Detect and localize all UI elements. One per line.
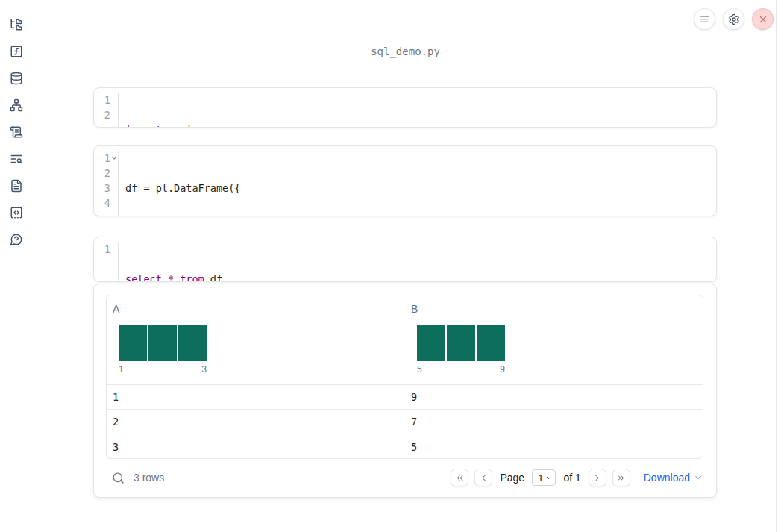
snippets-icon[interactable] bbox=[10, 206, 23, 219]
table-row: 2 7 bbox=[107, 410, 703, 434]
chevrons-left-icon bbox=[455, 473, 465, 483]
table-cell: 7 bbox=[405, 416, 703, 428]
line-number: 2 bbox=[104, 107, 110, 122]
histogram-min-label: 5 bbox=[417, 364, 422, 375]
chevron-down-icon bbox=[694, 473, 703, 482]
code-cell-imports[interactable]: 1 2 import marimo as mo import polars as… bbox=[93, 87, 717, 128]
column-header-b[interactable]: B 5 9 bbox=[405, 295, 703, 384]
chevron-down-icon bbox=[545, 475, 552, 481]
helper-sidebar bbox=[0, 0, 33, 532]
histogram-max-label: 9 bbox=[500, 364, 505, 375]
histogram-bar bbox=[447, 325, 475, 361]
dependency-graph-icon[interactable] bbox=[10, 98, 23, 112]
last-page-button[interactable] bbox=[612, 469, 630, 486]
code-token: * bbox=[168, 273, 174, 282]
table-footer: 3 rows Page 1 of 1 Download bbox=[106, 466, 704, 489]
column-histogram: 1 3 bbox=[119, 325, 207, 375]
page-select-value: 1 bbox=[538, 472, 543, 484]
hamburger-icon bbox=[699, 13, 710, 25]
table-cell: 3 bbox=[107, 441, 405, 453]
sql-cell[interactable]: 1 select * from df Output variable: sql bbox=[93, 237, 717, 282]
code-token: import bbox=[125, 124, 162, 128]
scratchpad-search-icon[interactable] bbox=[10, 152, 23, 166]
chevrons-right-icon bbox=[616, 473, 626, 483]
code-token: df = pl.DataFrame({ bbox=[125, 182, 240, 194]
code-token bbox=[174, 273, 180, 282]
close-icon bbox=[758, 14, 768, 25]
chevron-left-icon bbox=[479, 473, 489, 483]
histogram-bar bbox=[148, 325, 177, 361]
code-cell-dataframe[interactable]: 1 2 3 4 df = pl.DataFrame({ "A": [1, 2, … bbox=[93, 145, 717, 216]
line-number-gutter: 1 2 bbox=[94, 93, 119, 128]
code-token: mo bbox=[222, 124, 240, 128]
file-explorer-icon[interactable] bbox=[10, 18, 23, 31]
table-row: 1 9 bbox=[107, 385, 703, 410]
code-token: df bbox=[204, 273, 222, 282]
search-icon[interactable] bbox=[112, 472, 125, 484]
code-line: df = pl.DataFrame({ bbox=[125, 181, 241, 195]
row-count: 3 rows bbox=[134, 472, 164, 484]
histogram-bar bbox=[477, 325, 505, 361]
data-table: A 1 3 B bbox=[106, 295, 703, 459]
histogram-bar bbox=[417, 325, 445, 361]
code-token: marimo bbox=[162, 124, 210, 128]
notebook-filename[interactable]: sql_demo.py bbox=[33, 46, 778, 57]
settings-button[interactable] bbox=[723, 8, 744, 30]
histogram-max-label: 3 bbox=[201, 364, 207, 375]
line-number: 4 bbox=[104, 195, 110, 210]
code-token: as bbox=[210, 124, 222, 128]
line-number-gutter: 1 2 3 4 bbox=[94, 151, 119, 216]
first-page-button[interactable] bbox=[451, 469, 468, 486]
line-number: 1 bbox=[104, 242, 110, 257]
marimo-app: sql_demo.py 1 2 import marimo as mo impo… bbox=[0, 0, 778, 532]
code-editor[interactable]: import marimo as mo import polars as pl bbox=[119, 93, 240, 128]
line-number-gutter: 1 bbox=[94, 242, 119, 282]
histogram-bar bbox=[178, 325, 207, 361]
table-cell: 2 bbox=[107, 416, 405, 428]
chevron-right-icon bbox=[592, 473, 602, 483]
column-histogram: 5 9 bbox=[417, 325, 505, 375]
table-cell: 5 bbox=[405, 441, 703, 453]
menu-button[interactable] bbox=[694, 8, 715, 30]
code-editor[interactable]: df = pl.DataFrame({ "A": [1, 2, 3], "B":… bbox=[119, 151, 241, 216]
download-button[interactable]: Download bbox=[644, 472, 703, 484]
download-label: Download bbox=[644, 472, 690, 484]
code-token: from bbox=[180, 273, 204, 282]
code-line: select * from df bbox=[125, 272, 222, 282]
line-number: 1 bbox=[104, 151, 110, 166]
line-number: 1 bbox=[104, 93, 110, 107]
line-number: 2 bbox=[104, 166, 110, 181]
code-editor[interactable]: select * from df bbox=[119, 242, 222, 282]
histogram-min-label: 1 bbox=[119, 364, 124, 375]
help-icon[interactable] bbox=[10, 233, 23, 246]
logs-icon[interactable] bbox=[10, 125, 23, 139]
column-header-a[interactable]: A 1 3 bbox=[107, 295, 405, 384]
gear-icon bbox=[728, 13, 740, 25]
fold-chevron-icon[interactable] bbox=[110, 151, 118, 166]
data-sources-icon[interactable] bbox=[10, 72, 23, 85]
table-header: A 1 3 B bbox=[107, 295, 703, 385]
table-cell: 1 bbox=[107, 391, 405, 403]
pagination: Page 1 of 1 Download bbox=[451, 469, 703, 486]
histogram-bar bbox=[119, 325, 147, 361]
page-total-label: of 1 bbox=[563, 472, 580, 484]
right-panel-border bbox=[776, 0, 777, 532]
table-row: 3 5 bbox=[107, 434, 703, 459]
line-number: 3 bbox=[104, 181, 110, 195]
code-token bbox=[162, 273, 168, 282]
column-label: B bbox=[411, 303, 697, 315]
table-cell: 9 bbox=[405, 391, 703, 403]
shutdown-button[interactable] bbox=[752, 8, 774, 30]
documentation-icon[interactable] bbox=[10, 179, 23, 193]
prev-page-button[interactable] bbox=[474, 469, 492, 486]
page-select[interactable]: 1 bbox=[532, 469, 556, 486]
variables-icon[interactable] bbox=[10, 45, 23, 58]
page-label: Page bbox=[500, 472, 524, 484]
code-line: import marimo as mo bbox=[125, 122, 240, 128]
next-page-button[interactable] bbox=[589, 469, 606, 486]
cell-output: A 1 3 B bbox=[93, 284, 717, 498]
code-token: select bbox=[125, 273, 162, 282]
column-label: A bbox=[113, 303, 399, 315]
